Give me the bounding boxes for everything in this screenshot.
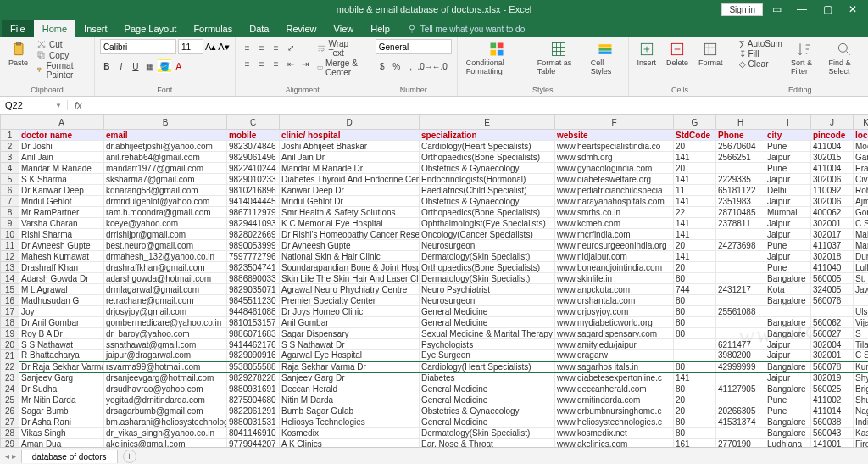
- cell[interactable]: Jaipur: [765, 152, 811, 163]
- column-header[interactable]: K: [854, 115, 869, 130]
- cell[interactable]: drmridulgehlot@yahoo.com: [104, 196, 227, 207]
- cell[interactable]: General Medicine: [420, 394, 555, 405]
- tab-view[interactable]: View: [326, 20, 363, 37]
- cell[interactable]: S S Nathawat Dr: [280, 339, 420, 350]
- delete-cells-button[interactable]: Delete: [663, 39, 692, 69]
- cell[interactable]: [716, 394, 765, 405]
- cut-button[interactable]: Cut: [35, 39, 89, 49]
- fill-button[interactable]: ↧Fill: [737, 49, 784, 59]
- cell[interactable]: www.gynacologindia.com: [555, 163, 674, 174]
- cell[interactable]: Vikas Singh: [19, 428, 104, 439]
- cell[interactable]: drrishijpr@gmail.com: [104, 229, 227, 240]
- row-header[interactable]: 28: [1, 428, 19, 439]
- cell[interactable]: 6211477: [716, 339, 765, 350]
- cell[interactable]: Lullanag: [854, 262, 869, 273]
- accounting-format-button[interactable]: $: [376, 59, 389, 73]
- cell[interactable]: 20266305: [716, 405, 765, 416]
- cell[interactable]: www.skinlife.in: [555, 273, 674, 284]
- cell[interactable]: www.kosmedix.net: [555, 428, 674, 439]
- cell[interactable]: National Skin & Hair Clinic: [280, 251, 420, 262]
- cell[interactable]: Tilak Na: [854, 339, 869, 350]
- row-header[interactable]: 21: [1, 350, 19, 361]
- paste-button[interactable]: Paste: [5, 39, 31, 69]
- cell[interactable]: Mandar M Ranade: [19, 163, 104, 174]
- cell[interactable]: dr_baroy@yahoo.com: [104, 328, 227, 339]
- cell[interactable]: Bangalore: [765, 361, 811, 372]
- cell[interactable]: Pune: [765, 240, 811, 251]
- cell[interactable]: Dr Avneesh Gupte: [19, 240, 104, 251]
- borders-button[interactable]: ▦: [143, 59, 157, 73]
- cell[interactable]: www.akclinics.com: [555, 439, 674, 448]
- cell[interactable]: akclinics@gmail.com: [104, 439, 227, 448]
- close-button[interactable]: ✕: [841, 1, 865, 18]
- merge-center-button[interactable]: Merge & Center: [315, 59, 364, 77]
- minimize-button[interactable]: —: [790, 1, 814, 18]
- cell[interactable]: www.smrhs.co.in: [555, 207, 674, 218]
- cell[interactable]: Sexual Medicine & Marital Therapy: [420, 328, 555, 339]
- cell[interactable]: 9867112979: [227, 207, 280, 218]
- cell[interactable]: 2229335: [716, 174, 765, 185]
- cell[interactable]: Jawaha: [854, 284, 869, 295]
- insert-cells-button[interactable]: Insert: [634, 39, 660, 69]
- cell[interactable]: best.neuro@gmail.com: [104, 240, 227, 251]
- cell[interactable]: Obstetrics & Gynaecology: [420, 163, 555, 174]
- cell[interactable]: 302015: [811, 152, 854, 163]
- decrease-font-button[interactable]: A▾: [218, 42, 229, 53]
- column-header[interactable]: J: [811, 115, 854, 130]
- cell[interactable]: M L Agrawal: [19, 284, 104, 295]
- ribbon-display-button[interactable]: ▭: [765, 1, 788, 18]
- column-header[interactable]: F: [555, 115, 674, 130]
- cell[interactable]: [716, 262, 765, 273]
- cell[interactable]: Dr Sudha: [19, 383, 104, 394]
- cell[interactable]: Jaipur: [765, 229, 811, 240]
- cell[interactable]: Eye Surgeon: [420, 350, 555, 361]
- cell[interactable]: Cardiology(Heart Specialists): [420, 141, 555, 152]
- cell[interactable]: Jaipur: [765, 339, 811, 350]
- cell[interactable]: General Medicine: [420, 306, 555, 317]
- cell[interactable]: 560062: [811, 317, 854, 328]
- font-color-button[interactable]: A: [172, 59, 186, 73]
- cell[interactable]: www.heartspecialistindia.co: [555, 141, 674, 152]
- cell[interactable]: Smr Health & Safety Solutions: [280, 207, 420, 218]
- cell[interactable]: Mridul Gehlot: [19, 196, 104, 207]
- cell[interactable]: kdnarang58@gmail.com: [104, 185, 227, 196]
- cell[interactable]: 302006: [811, 196, 854, 207]
- cell[interactable]: adarshgowda@hotmail.com: [104, 273, 227, 284]
- cell[interactable]: Jaipur: [765, 218, 811, 229]
- cell[interactable]: 80: [674, 328, 716, 339]
- cell[interactable]: Cardiology(Heart Specialists): [420, 361, 555, 372]
- cell[interactable]: www.diabeteswelfare.org: [555, 174, 674, 185]
- cell[interactable]: 9810153157: [227, 317, 280, 328]
- row-header[interactable]: 2: [1, 141, 19, 152]
- cell[interactable]: Brigade: [854, 383, 869, 394]
- header-cell[interactable]: clinic/ hospital: [280, 130, 420, 141]
- row-header[interactable]: 7: [1, 196, 19, 207]
- cell[interactable]: Kanwar Deep Dr: [280, 185, 420, 196]
- cell[interactable]: Endocrinologists(Hormonal): [420, 174, 555, 185]
- cell[interactable]: Jaipur: [765, 350, 811, 361]
- cell[interactable]: Firozpur: [854, 439, 869, 448]
- cell[interactable]: General Medicine: [420, 383, 555, 394]
- find-select-button[interactable]: Find & Select: [825, 39, 863, 77]
- cell[interactable]: 20: [674, 405, 716, 416]
- cell[interactable]: Neurosurgeon: [420, 240, 555, 251]
- cell[interactable]: 9829061496: [227, 152, 280, 163]
- tab-insert[interactable]: Insert: [75, 20, 116, 37]
- cell[interactable]: 9414044445: [227, 196, 280, 207]
- cell[interactable]: Pune: [765, 405, 811, 416]
- cell[interactable]: Deccan Herald: [280, 383, 420, 394]
- cell[interactable]: [811, 306, 854, 317]
- row-header[interactable]: 14: [1, 273, 19, 284]
- cell[interactable]: Roy B A Dr: [19, 328, 104, 339]
- cell[interactable]: mandarr1977@gmail.com: [104, 163, 227, 174]
- cell[interactable]: 9822410244: [227, 163, 280, 174]
- cell[interactable]: Neuro Psychiatrist: [420, 284, 555, 295]
- cell[interactable]: [674, 350, 716, 361]
- cell[interactable]: Paediatrics(Child Specialist): [420, 185, 555, 196]
- cell[interactable]: www.drjosyjoy.com: [555, 306, 674, 317]
- cell[interactable]: www.nidjaipur.com: [555, 251, 674, 262]
- cell[interactable]: www.narayanahospitals.com: [555, 196, 674, 207]
- cell[interactable]: Mr RamPartner: [19, 207, 104, 218]
- cell[interactable]: 141: [674, 229, 716, 240]
- cell[interactable]: kceye@yahoo.com: [104, 218, 227, 229]
